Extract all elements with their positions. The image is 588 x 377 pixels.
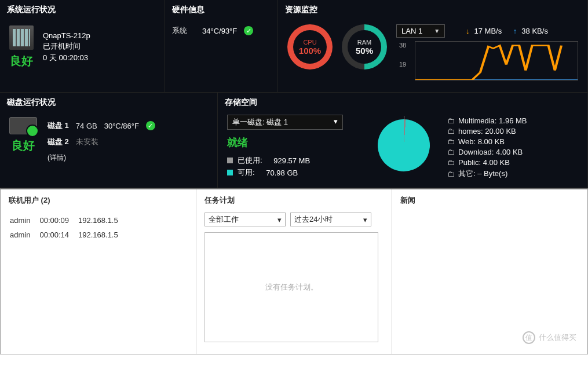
ram-gauge: RAM 50% — [342, 24, 387, 69]
users-title: 联机用户 (2) — [9, 195, 188, 206]
news-panel: 新闻 — [392, 189, 587, 354]
uptime-value: 0 天 00:20:03 — [43, 53, 90, 63]
resource-monitor-panel: 资源监控 CPU 100% RAM 50% LAN 1 ▼ — [278, 0, 588, 92]
disk-row: 磁盘 1 74 GB 30°C/86°F ✓ — [48, 118, 161, 133]
storage-free: 70.98 GB — [266, 169, 298, 177]
disk-icon — [9, 117, 37, 134]
tasks-empty: 没有任务计划。 — [204, 232, 378, 342]
hw-system-temp: 34°C/93°F — [202, 27, 237, 35]
storage-selector[interactable]: 单一磁盘: 磁盘 1 ▾ — [227, 115, 343, 130]
user-row: admin00:00:14192.168.1.5 — [10, 228, 126, 241]
nas-model: QnapTS-212p — [43, 31, 90, 40]
chevron-down-icon: ▼ — [434, 28, 440, 34]
storage-pie-chart — [378, 119, 430, 171]
storage-panel: 存储空间 单一磁盘: 磁盘 1 ▾ 就绪 已使用: 929.57 MB 可用: … — [218, 93, 588, 188]
cpu-label: CPU — [303, 39, 316, 46]
network-chart: 38 19 — [415, 41, 578, 80]
online-users-panel: 联机用户 (2) admin00:00:09192.168.1.5 admin0… — [1, 189, 196, 354]
system-status-title: 系统运行状况 — [7, 5, 158, 15]
system-status-panel: 系统运行状况 良好 QnapTS-212p 已开机时间 0 天 00:20:03 — [0, 0, 165, 92]
disk-details-link[interactable]: (详情) — [48, 151, 161, 165]
disk-table: 磁盘 1 74 GB 30°C/86°F ✓ 磁盘 2 未安装 (详情) — [46, 117, 162, 166]
disk-row: 磁盘 2 未安装 — [48, 134, 161, 149]
download-arrow-icon: ↓ — [466, 27, 470, 35]
chevron-down-icon: ▾ — [334, 117, 338, 127]
folder-icon: 🗀 — [447, 170, 455, 178]
news-title: 新闻 — [400, 195, 579, 206]
disk-status-panel: 磁盘运行状况 良好 磁盘 1 74 GB 30°C/86°F ✓ 磁盘 2 未安… — [0, 93, 218, 188]
folder-icon: 🗀 — [447, 148, 455, 156]
nas-icon — [9, 25, 34, 50]
cpu-gauge: CPU 100% — [287, 24, 333, 69]
folder-icon: 🗀 — [447, 116, 455, 125]
tasks-panel: 任务计划 全部工作▾ 过去24小时▾ 没有任务计划。 — [196, 189, 392, 354]
resource-title: 资源监控 — [285, 5, 580, 15]
chevron-down-icon: ▾ — [277, 215, 282, 224]
download-speed: 17 MB/s — [474, 27, 502, 35]
task-time-selector[interactable]: 过去24小时▾ — [290, 213, 371, 226]
check-icon: ✓ — [146, 121, 155, 130]
hardware-panel: 硬件信息 系统 34°C/93°F ✓ — [165, 0, 278, 92]
cpu-value: 100% — [299, 46, 321, 56]
lan-selector[interactable]: LAN 1 ▼ — [396, 24, 445, 38]
chevron-down-icon: ▾ — [363, 215, 367, 224]
system-status-good: 良好 — [10, 53, 33, 69]
task-filter-selector[interactable]: 全部工作▾ — [204, 213, 286, 226]
ram-value: 50% — [356, 46, 373, 56]
storage-title: 存储空间 — [225, 97, 580, 108]
user-row: admin00:00:09192.168.1.5 — [10, 214, 126, 227]
tasks-title: 任务计划 — [204, 195, 384, 206]
ram-label: RAM — [357, 39, 371, 46]
hardware-title: 硬件信息 — [172, 5, 271, 15]
uptime-label: 已开机时间 — [43, 41, 90, 52]
upload-speed: 38 KB/s — [521, 27, 548, 35]
watermark: 值 什么值得买 — [523, 331, 576, 344]
hw-system-label: 系统 — [172, 25, 195, 36]
users-table: admin00:00:09192.168.1.5 admin00:00:1419… — [9, 213, 127, 243]
folder-list: 🗀Multimedia: 1.96 MB 🗀homes: 20.00 KB 🗀W… — [447, 115, 527, 181]
upload-arrow-icon: ↑ — [513, 27, 517, 35]
storage-used: 929.57 MB — [273, 156, 310, 165]
folder-icon: 🗀 — [447, 127, 455, 136]
storage-ready: 就绪 — [227, 136, 360, 149]
folder-icon: 🗀 — [447, 137, 455, 146]
check-icon: ✓ — [244, 26, 253, 35]
disk-status-good: 良好 — [12, 138, 35, 153]
disk-title: 磁盘运行状况 — [7, 97, 210, 108]
folder-icon: 🗀 — [447, 158, 455, 167]
